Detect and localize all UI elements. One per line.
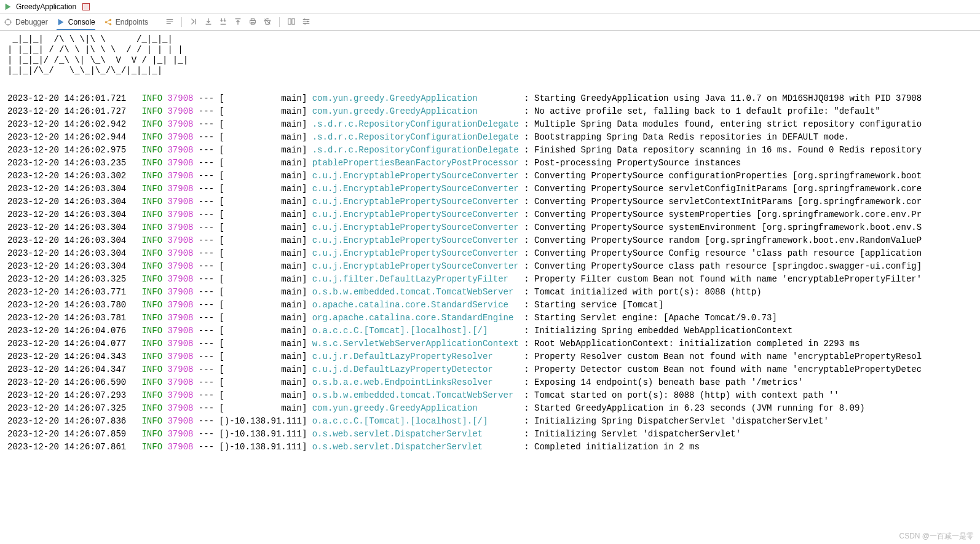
log-row: 2023-12-20 14:26:06.590 INFO 37908 --- […	[7, 376, 980, 389]
log-thread: [ main]	[219, 158, 307, 168]
tab-console[interactable]: Console	[57, 18, 95, 30]
log-class: org.apache.catalina.core.StandardEngine	[307, 313, 518, 323]
log-sep: ---	[193, 184, 219, 194]
log-row: 2023-12-20 14:26:07.836 INFO 37908 --- […	[7, 415, 980, 428]
log-timestamp: 2023-12-20 14:26:03.302	[7, 171, 126, 181]
log-row: 2023-12-20 14:26:03.304 INFO 37908 --- […	[7, 208, 980, 221]
download-all-icon[interactable]	[219, 17, 227, 28]
log-pid: 37908	[162, 184, 193, 194]
stop-button-icon[interactable]	[82, 3, 90, 10]
log-pid: 37908	[162, 442, 193, 452]
log-timestamp: 2023-12-20 14:26:03.304	[7, 248, 126, 258]
log-thread: [ main]	[219, 326, 307, 336]
log-class: o.s.web.servlet.DispatcherServlet	[307, 429, 518, 439]
toggle-soft-wrap-icon[interactable]	[165, 17, 174, 28]
log-sep: ---	[193, 326, 219, 336]
log-row: 2023-12-20 14:26:07.859 INFO 37908 --- […	[7, 428, 980, 441]
log-timestamp: 2023-12-20 14:26:04.343	[7, 352, 126, 361]
log-level: INFO	[126, 210, 162, 219]
settings-icon[interactable]	[302, 17, 310, 28]
log-pid: 37908	[162, 197, 193, 207]
log-message: Starting Servlet engine: [Apache Tomcat/…	[534, 313, 777, 323]
upload-icon[interactable]	[234, 17, 242, 28]
log-class: o.apache.catalina.core.StandardService	[307, 300, 518, 310]
log-timestamp: 2023-12-20 14:26:02.944	[7, 132, 126, 142]
log-colon: :	[519, 274, 534, 284]
log-class: com.yun.greedy.GreedyApplication	[307, 403, 518, 413]
log-message: Exposing 14 endpoint(s) beneath base pat…	[534, 377, 803, 387]
log-sep: ---	[193, 235, 219, 245]
scroll-to-end-icon[interactable]	[189, 17, 198, 28]
endpoints-icon	[104, 18, 113, 26]
tab-endpoints-label: Endpoints	[116, 18, 148, 26]
log-pid: 37908	[162, 145, 193, 155]
log-pid: 37908	[162, 210, 193, 219]
log-class: o.a.c.c.C.[Tomcat].[localhost].[/]	[307, 416, 518, 426]
log-row: 2023-12-20 14:26:04.077 INFO 37908 --- […	[7, 337, 980, 350]
svg-rect-16	[288, 18, 291, 24]
log-colon: :	[519, 210, 534, 219]
log-pid: 37908	[162, 313, 193, 323]
log-row: 2023-12-20 14:26:02.975 INFO 37908 --- […	[7, 144, 980, 157]
log-thread: [ main]	[219, 274, 307, 284]
log-class: o.s.web.servlet.DispatcherServlet	[307, 442, 518, 452]
svg-marker-6	[58, 19, 63, 26]
log-class: c.u.j.d.DefaultLazyPropertyDetector	[307, 365, 518, 374]
clear-icon[interactable]	[263, 17, 272, 28]
print-icon[interactable]	[248, 17, 257, 28]
log-message: Converting PropertySource systemEnvironm…	[534, 223, 922, 232]
log-thread: [ main]	[219, 377, 307, 387]
log-timestamp: 2023-12-20 14:26:03.304	[7, 184, 126, 194]
log-pid: 37908	[162, 352, 193, 361]
log-row: 2023-12-20 14:26:03.304 INFO 37908 --- […	[7, 183, 980, 195]
log-level: INFO	[126, 248, 162, 258]
download-icon[interactable]	[204, 17, 213, 28]
log-colon: :	[519, 313, 534, 323]
layout-icon[interactable]	[287, 17, 296, 28]
log-thread: [ main]	[219, 365, 307, 374]
log-colon: :	[519, 158, 534, 168]
log-thread: [ main]	[219, 339, 307, 349]
svg-rect-17	[292, 18, 294, 24]
log-message: Converting PropertySource systemProperti…	[534, 210, 922, 219]
log-class: w.s.c.ServletWebServerApplicationContext	[307, 339, 518, 349]
log-row: 2023-12-20 14:26:01.721 INFO 37908 --- […	[7, 92, 980, 105]
titlebar: GreedyApplication	[0, 0, 980, 14]
log-thread: [ main]	[219, 352, 307, 361]
svg-point-9	[109, 23, 112, 26]
log-level: INFO	[126, 93, 162, 103]
log-row: 2023-12-20 14:26:03.771 INFO 37908 --- […	[7, 286, 980, 299]
log-colon: :	[519, 365, 534, 374]
log-colon: :	[519, 377, 534, 387]
log-message: Bootstrapping Spring Data Redis reposito…	[534, 132, 849, 142]
log-pid: 37908	[162, 416, 193, 426]
log-message: Starting GreedyApplication using Java 11…	[534, 93, 922, 103]
log-colon: :	[519, 287, 534, 297]
log-message: Converting PropertySource configurationP…	[534, 171, 922, 181]
log-timestamp: 2023-12-20 14:26:07.836	[7, 416, 126, 426]
tab-debugger[interactable]: Debugger	[4, 18, 48, 26]
log-row: 2023-12-20 14:26:03.304 INFO 37908 --- […	[7, 234, 980, 247]
log-sep: ---	[193, 429, 219, 439]
tab-debugger-label: Debugger	[15, 18, 48, 26]
log-message: Post-processing PropertySource instances	[534, 158, 741, 168]
log-message: Root WebApplicationContext: initializati…	[534, 339, 859, 349]
log-message: Property Resolver custom Bean not found …	[534, 352, 922, 361]
tab-endpoints[interactable]: Endpoints	[104, 18, 148, 26]
log-timestamp: 2023-12-20 14:26:03.235	[7, 158, 126, 168]
log-class: c.u.j.filter.DefaultLazyPropertyFilter	[307, 274, 518, 284]
console-output[interactable]: _|_|_| /\ \ \|\ \ /_|_|_| | |_|_| / /\ \…	[0, 31, 980, 544]
log-message: Completed initialization in 2 ms	[534, 442, 700, 452]
svg-marker-0	[6, 4, 11, 10]
log-level: INFO	[126, 171, 162, 181]
log-timestamp: 2023-12-20 14:26:03.781	[7, 313, 126, 323]
log-thread: [ main]	[219, 145, 307, 155]
log-colon: :	[519, 171, 534, 181]
svg-point-8	[109, 19, 112, 22]
log-class: o.a.c.c.C.[Tomcat].[localhost].[/]	[307, 326, 518, 336]
log-colon: :	[519, 416, 534, 426]
svg-line-11	[107, 23, 109, 24]
svg-point-18	[304, 18, 306, 20]
log-row: 2023-12-20 14:26:04.343 INFO 37908 --- […	[7, 350, 980, 363]
log-sep: ---	[193, 352, 219, 361]
